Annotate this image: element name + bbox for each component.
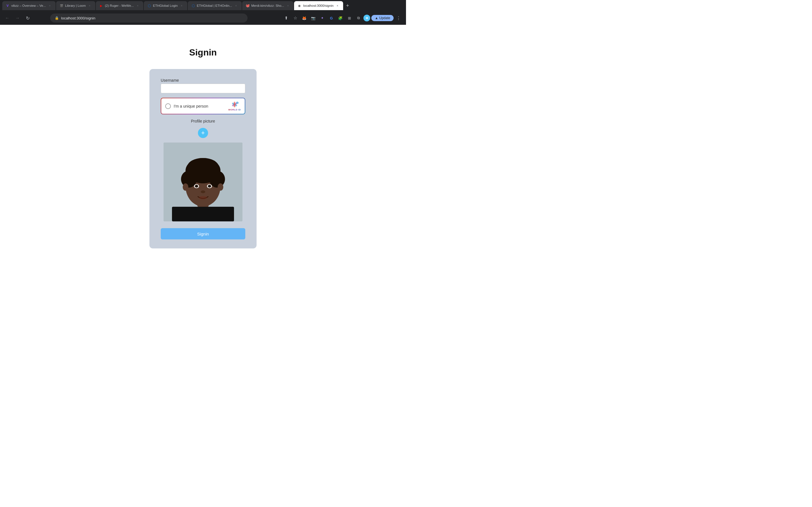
signin-button-label: Signin <box>197 231 209 236</box>
lock-icon: 🔒 <box>55 16 59 20</box>
extension-ai-icon[interactable]: ✦ <box>318 14 326 22</box>
address-bar-row: ← → ↻ 🔒 localhost:3000/signin ⬆ ☆ 🦊 📷 ✦ … <box>0 11 406 25</box>
svg-text:ⓘ: ⓘ <box>237 102 239 104</box>
bookmark-icon[interactable]: ☆ <box>291 14 299 22</box>
tab-5[interactable]: ⬡ ETHGlobal | ETHOnlin... × <box>188 1 242 10</box>
tab-1-title: vibzz – Overview – Ve... <box>11 4 46 7</box>
tab-4-close[interactable]: × <box>179 3 184 8</box>
username-label: Username <box>161 78 179 82</box>
tab-5-title: ETHGlobal | ETHOnlin... <box>197 4 232 7</box>
tab-4[interactable]: ⬡ ETHGlobal Login × <box>144 1 187 10</box>
tab-6-title: Merdi-kim/vibzz: Sho... <box>251 4 284 7</box>
extension-fox-icon[interactable]: 🦊 <box>300 14 308 22</box>
update-icon: ▲ <box>375 16 378 20</box>
update-button[interactable]: ▲ Update <box>371 15 394 21</box>
svg-point-23 <box>201 190 205 193</box>
reload-button[interactable]: ↻ <box>24 14 32 22</box>
tab-4-title: ETHGlobal Login <box>153 4 177 7</box>
extension-grid-icon[interactable]: ⊞ <box>345 14 353 22</box>
tab-1[interactable]: V vibzz – Overview – Ve... × <box>2 1 56 10</box>
tab-6[interactable]: 🐙 Merdi-kim/vibzz: Sho... × <box>242 1 294 10</box>
tab-6-close[interactable]: × <box>286 3 290 8</box>
tab-1-close[interactable]: × <box>48 3 52 8</box>
tab-6-favicon: 🐙 <box>246 4 250 8</box>
new-tab-button[interactable]: + <box>344 2 352 10</box>
forward-button[interactable]: → <box>13 14 21 22</box>
browser-chrome: V vibzz – Overview – Ve... × 🎬 Library |… <box>0 0 406 25</box>
tab-2-close[interactable]: × <box>87 3 92 8</box>
extension-lens-icon[interactable]: 📷 <box>309 14 317 22</box>
worldid-inner[interactable]: I'm a unique person <box>161 98 245 114</box>
tab-5-favicon: ⬡ <box>191 4 195 8</box>
tab-4-favicon: ⬡ <box>147 4 151 8</box>
tab-2-title: Library | Loom <box>65 4 86 7</box>
add-photo-button[interactable]: + <box>198 128 208 138</box>
tab-5-close[interactable]: × <box>234 3 238 8</box>
page-content: Signin Username I'm a unique person <box>0 25 406 253</box>
worldid-text: I'm a unique person <box>174 104 225 108</box>
extension-g-icon[interactable]: G <box>327 14 335 22</box>
share-icon[interactable]: ⬆ <box>282 14 290 22</box>
svg-point-25 <box>183 183 188 191</box>
page-title: Signin <box>189 47 217 58</box>
profile-image-container <box>163 143 243 221</box>
svg-point-22 <box>209 185 210 187</box>
address-bar[interactable]: 🔒 localhost:3000/signin <box>50 13 248 22</box>
menu-icon[interactable]: ⋮ <box>395 14 403 22</box>
tab-3-close[interactable]: × <box>135 3 140 8</box>
tab-1-favicon: V <box>6 4 10 8</box>
username-input[interactable] <box>161 83 245 93</box>
tab-2[interactable]: 🎬 Library | Loom × <box>56 1 95 10</box>
svg-point-24 <box>199 196 207 200</box>
tab-7[interactable]: ◉ localhost:3000/signin × <box>294 1 343 10</box>
svg-point-16 <box>188 158 218 175</box>
add-photo-icon: + <box>201 130 205 136</box>
tab-7-close[interactable]: × <box>335 3 340 8</box>
profile-image <box>163 143 243 221</box>
worldid-label: WORLD ID <box>229 108 241 111</box>
tab-3[interactable]: ▶ (2) Ruger - WeWe... × <box>96 1 143 10</box>
update-label: Update <box>379 16 390 20</box>
extension-puzzle-icon[interactable]: 🧩 <box>336 14 344 22</box>
worldid-button[interactable]: I'm a unique person <box>161 98 245 114</box>
worldid-circle-icon <box>165 103 171 109</box>
tab-3-favicon: ▶ <box>99 4 103 8</box>
svg-point-26 <box>218 183 223 191</box>
svg-rect-27 <box>172 207 234 221</box>
worldid-logo-icon: ⓘ <box>231 101 239 108</box>
address-text: localhost:3000/signin <box>61 16 243 20</box>
svg-point-19 <box>196 185 197 187</box>
toolbar-right: ⬆ ☆ 🦊 📷 ✦ G 🧩 ⊞ ⧉ M ▲ Update ⋮ <box>282 14 403 22</box>
tab-7-title: localhost:3000/signin <box>303 4 333 7</box>
back-button[interactable]: ← <box>3 14 11 22</box>
signin-card: Username I'm a unique person <box>149 69 257 248</box>
tab-2-favicon: 🎬 <box>59 4 63 8</box>
tab-7-favicon: ◉ <box>297 4 301 8</box>
tab-3-title: (2) Ruger - WeWe... <box>105 4 134 7</box>
tab-bar: V vibzz – Overview – Ve... × 🎬 Library |… <box>0 0 406 11</box>
signin-submit-button[interactable]: Signin <box>161 228 245 239</box>
profile-avatar[interactable]: M <box>363 15 370 21</box>
worldid-logo-area: ⓘ WORLD ID <box>229 101 241 111</box>
username-field-group: Username <box>161 78 245 93</box>
profile-picture-label: Profile picture <box>191 119 215 123</box>
browser-window-icon[interactable]: ⧉ <box>354 14 362 22</box>
